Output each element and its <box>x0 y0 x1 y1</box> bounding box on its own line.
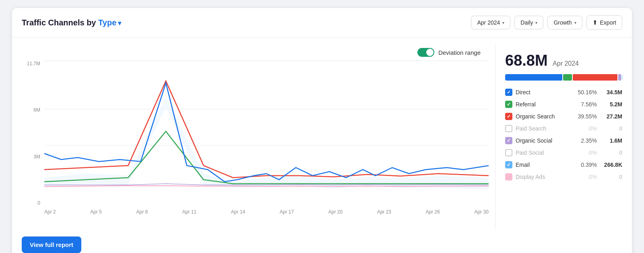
y-label-0: 11.7M <box>20 61 40 66</box>
bar-seg-direct <box>505 74 562 81</box>
card-footer: View full report <box>12 230 632 253</box>
bar-seg-organic <box>573 74 617 81</box>
x-label-6: Apr 20 <box>328 209 343 215</box>
bar-seg-referral <box>563 74 572 81</box>
bar-breakdown <box>505 74 622 81</box>
channel-pct-paid-search: 0% <box>575 125 597 132</box>
channel-val-paid-social: 0 <box>600 149 622 156</box>
channel-checkbox-paid-social[interactable] <box>505 149 512 156</box>
checkmark-icon: ✓ <box>507 102 511 107</box>
traffic-channels-card: Traffic Channels by Type▾ Apr 2024 ▾ Dai… <box>12 8 632 253</box>
card-title: Traffic Channels by Type▾ <box>22 18 121 27</box>
bar-seg-social <box>618 74 621 81</box>
channel-name-direct: Direct <box>516 89 572 95</box>
x-label-9: Apr 30 <box>475 209 489 215</box>
period-chevron-icon: ▾ <box>502 21 504 25</box>
x-label-0: Apr 2 <box>44 209 56 215</box>
channel-pct-organic-search: 39.55% <box>575 113 597 120</box>
title-prefix: Traffic Channels by <box>22 18 98 27</box>
channel-row-direct[interactable]: ✓ Direct 50.16% 34.5M <box>505 87 622 97</box>
channel-val-display-ads: 0 <box>600 174 622 180</box>
checkmark-icon: ✓ <box>507 89 511 95</box>
channel-row-organic-search[interactable]: ✓ Organic Search 39.55% 27.2M <box>505 111 622 122</box>
channel-pct-referral: 7.56% <box>575 101 597 108</box>
channel-row-display-ads[interactable]: Display Ads 0% 0 <box>505 172 622 182</box>
channel-val-direct: 34.5M <box>600 89 622 95</box>
channel-val-paid-search: 0 <box>600 125 622 132</box>
export-icon: ⬆ <box>592 19 598 26</box>
x-label-7: Apr 23 <box>377 209 391 215</box>
channel-name-organic-social: Organic Social <box>516 137 572 144</box>
card-body: Deviation range 11.7M 6M 3M 0 <box>12 37 632 230</box>
channel-checkbox-referral[interactable]: ✓ <box>505 101 512 108</box>
channel-name-email: Email <box>516 162 572 168</box>
x-label-2: Apr 8 <box>136 209 148 215</box>
total-row: 68.8M Apr 2024 <box>505 52 622 69</box>
channel-val-organic-search: 27.2M <box>600 113 622 120</box>
title-type: Type <box>98 18 116 27</box>
metric-label: Growth <box>553 19 572 26</box>
y-label-1: 6M <box>20 107 40 113</box>
interval-chevron-icon: ▾ <box>535 21 537 25</box>
x-label-1: Apr 5 <box>90 209 102 215</box>
chart-svg-wrapper <box>44 61 489 206</box>
bar-seg-email <box>622 74 622 81</box>
channel-list: ✓ Direct 50.16% 34.5M ✓ Referral 7.56% 5… <box>505 87 622 182</box>
channel-checkbox-email[interactable]: ✓ <box>505 161 512 168</box>
export-label: Export <box>600 19 616 26</box>
y-label-3: 0 <box>20 200 40 206</box>
chart-svg <box>44 61 489 206</box>
card-header: Traffic Channels by Type▾ Apr 2024 ▾ Dai… <box>12 8 632 37</box>
view-report-label: View full report <box>30 241 73 248</box>
channel-name-paid-search: Paid Search <box>516 125 572 132</box>
deviation-label: Deviation range <box>438 49 481 56</box>
deviation-toggle-row: Deviation range <box>20 48 481 57</box>
channel-row-paid-search[interactable]: Paid Search 0% 0 <box>505 123 622 134</box>
channel-checkbox-display-ads[interactable] <box>505 173 512 180</box>
chart-container: 11.7M 6M 3M 0 <box>20 61 489 222</box>
channel-pct-display-ads: 0% <box>575 174 597 180</box>
header-controls: Apr 2024 ▾ Daily ▾ Growth ▾ ⬆ Export <box>471 15 622 30</box>
channel-checkbox-direct[interactable]: ✓ <box>505 89 512 96</box>
checkmark-icon: ✓ <box>507 114 511 119</box>
deviation-toggle-switch[interactable] <box>417 48 434 57</box>
channel-pct-paid-social: 0% <box>575 149 597 156</box>
channel-name-paid-social: Paid Social <box>516 149 572 156</box>
total-value: 68.8M <box>505 52 548 69</box>
channel-pct-direct: 50.16% <box>575 89 597 95</box>
channel-pct-email: 0.39% <box>575 162 597 168</box>
checkmark-icon: ✓ <box>507 162 511 168</box>
export-button[interactable]: ⬆ Export <box>586 15 622 30</box>
view-full-report-button[interactable]: View full report <box>22 236 81 253</box>
period-label: Apr 2024 <box>477 19 500 26</box>
channel-row-referral[interactable]: ✓ Referral 7.56% 5.2M <box>505 99 622 110</box>
channel-name-display-ads: Display Ads <box>516 174 572 180</box>
channel-val-organic-social: 1.6M <box>600 137 622 144</box>
channel-row-email[interactable]: ✓ Email 0.39% 266.8K <box>505 160 622 170</box>
y-label-2: 3M <box>20 154 40 160</box>
metric-chevron-icon: ▾ <box>574 21 576 25</box>
checkmark-icon: ✓ <box>507 138 511 143</box>
metric-dropdown[interactable]: Growth ▾ <box>547 16 582 29</box>
x-label-4: Apr 14 <box>231 209 245 215</box>
x-axis: Apr 2 Apr 5 Apr 8 Apr 11 Apr 14 Apr 17 A… <box>44 206 489 222</box>
channel-checkbox-organic-search[interactable]: ✓ <box>505 113 512 120</box>
sidebar: 68.8M Apr 2024 ✓ Direct 50.16% <box>495 44 632 230</box>
x-label-8: Apr 26 <box>426 209 440 215</box>
x-label-3: Apr 11 <box>182 209 196 215</box>
y-axis: 11.7M 6M 3M 0 <box>20 61 40 222</box>
interval-dropdown[interactable]: Daily ▾ <box>514 16 543 29</box>
channel-checkbox-paid-search[interactable] <box>505 125 512 132</box>
channel-checkbox-organic-social[interactable]: ✓ <box>505 137 512 144</box>
total-period: Apr 2024 <box>553 60 579 67</box>
interval-label: Daily <box>520 19 533 26</box>
channel-pct-organic-social: 2.35% <box>575 137 597 144</box>
x-label-5: Apr 17 <box>280 209 294 215</box>
channel-name-organic-search: Organic Search <box>516 113 572 120</box>
channel-row-organic-social[interactable]: ✓ Organic Social 2.35% 1.6M <box>505 135 622 146</box>
title-dropdown-icon[interactable]: ▾ <box>118 20 121 27</box>
period-dropdown[interactable]: Apr 2024 ▾ <box>471 16 510 29</box>
channel-name-referral: Referral <box>516 101 572 108</box>
channel-val-referral: 5.2M <box>600 101 622 108</box>
channel-row-paid-social[interactable]: Paid Social 0% 0 <box>505 147 622 158</box>
